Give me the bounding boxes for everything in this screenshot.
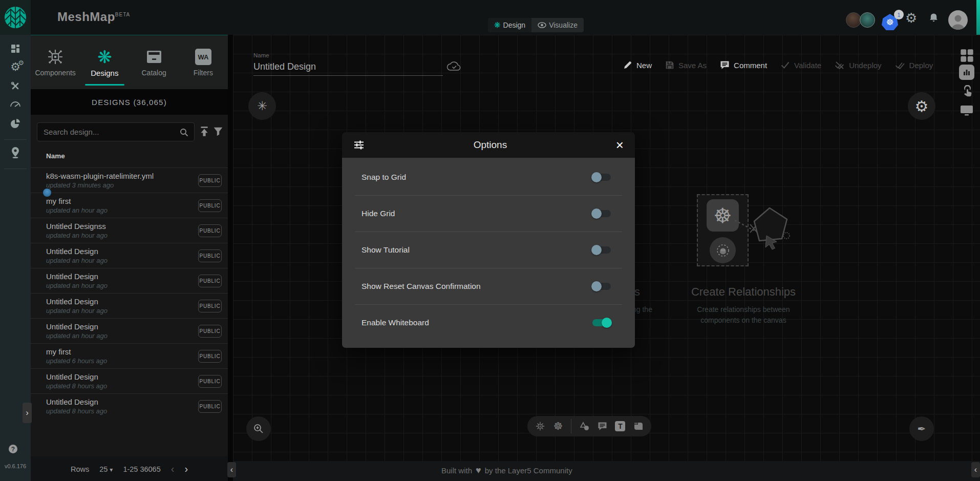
filter-designs-button[interactable] — [213, 127, 223, 136]
design-updated: updated 8 hours ago — [46, 382, 107, 390]
display-mode-button[interactable] — [958, 104, 975, 116]
layout-snowflake-button[interactable]: ✳ — [248, 92, 276, 120]
sidebar-item-extensions[interactable] — [0, 118, 31, 129]
sidebar-item-performance[interactable] — [0, 99, 31, 108]
open-metrics-panel-button[interactable] — [958, 65, 975, 80]
design-row[interactable]: k8s-wasm-plugin-ratelimiter.yml updated … — [31, 168, 228, 193]
design-spiral-icon: ❋ — [494, 20, 501, 30]
tools-icon — [10, 81, 20, 91]
validate-button[interactable]: Validate — [780, 61, 821, 70]
tab-components[interactable]: Components — [31, 36, 80, 89]
filter-funnel-icon — [213, 127, 223, 136]
panel-tabs: Components ❋ Designs Catalog WA Filt — [31, 36, 228, 89]
catalog-drawer-icon — [146, 47, 162, 67]
toggle-switch[interactable] — [592, 174, 611, 181]
help-button[interactable]: ? — [9, 445, 17, 453]
design-name: Untitled Design — [46, 247, 98, 256]
sidebar-item-lifecycle[interactable]: ⚙⚙ — [0, 61, 31, 73]
tab-filters[interactable]: WA Filters — [179, 36, 228, 89]
design-name: Untitled Designss — [46, 222, 106, 231]
floppy-save-icon — [665, 60, 674, 70]
undeploy-button[interactable]: Undeploy — [835, 61, 881, 70]
heart-icon: ♥ — [476, 465, 481, 476]
design-updated: updated an hour ago — [46, 282, 108, 289]
design-updated: updated an hour ago — [46, 232, 108, 239]
brand-title: MeshMapBETA — [57, 10, 130, 24]
tab-designs[interactable]: ❋ Designs — [80, 36, 129, 89]
visibility-badge: PUBLIC — [198, 325, 222, 338]
comment-tool[interactable] — [598, 422, 607, 431]
modal-title: Options — [365, 139, 616, 151]
collaborator-avatar[interactable] — [860, 12, 875, 28]
options-modal-header: Options × — [342, 132, 635, 158]
shapes-tool[interactable] — [579, 422, 590, 431]
sidebar-item-meshmap[interactable] — [0, 147, 31, 159]
canvas-toolbar: New Save As Comment Validate — [623, 60, 933, 70]
option-row: Enable Whiteboard — [355, 304, 622, 341]
design-updated: updated 6 hours ago — [46, 357, 107, 365]
text-tool[interactable]: T — [615, 421, 625, 431]
next-page-button[interactable]: › — [184, 463, 188, 475]
save-as-button[interactable]: Save As — [665, 60, 707, 70]
design-name: my first — [46, 197, 71, 205]
tab-design[interactable]: ❋ Design — [488, 18, 531, 32]
toggle-switch[interactable] — [592, 283, 611, 290]
zoom-in-button[interactable] — [246, 416, 271, 441]
sidebar-item-dashboard[interactable] — [0, 43, 31, 54]
options-list: Snap to Grid Hide Grid Show Tutorial Sho… — [342, 158, 635, 348]
kubernetes-tool[interactable]: ☸ — [553, 420, 563, 432]
option-label: Enable Whiteboard — [355, 318, 429, 327]
expand-rail-button[interactable]: › — [23, 403, 32, 423]
user-avatar[interactable] — [948, 10, 968, 30]
toggle-switch[interactable] — [592, 210, 611, 217]
design-row[interactable]: Untitled Design updated 8 hours ago PUBL… — [31, 368, 228, 393]
design-row[interactable]: Untitled Design updated an hour ago PUBL… — [31, 293, 228, 318]
design-row[interactable]: Untitled Design updated 8 hours ago PUBL… — [31, 393, 228, 419]
design-name: k8s-wasm-plugin-ratelimiter.yml — [46, 172, 154, 180]
rail-divider — [4, 139, 27, 140]
design-row[interactable]: my first updated 6 hours ago PUBLIC — [31, 343, 228, 368]
top-header: MeshMapBETA ❋ Design Visualize ☸ 1 ⚙ — [31, 0, 980, 35]
column-header-name: Name — [46, 152, 65, 160]
design-updated: updated 3 minutes ago — [46, 181, 114, 189]
gear-icon: ⚙ — [915, 97, 929, 115]
k8s-wheel-icon: ☸ — [553, 420, 563, 432]
tab-catalog[interactable]: Catalog — [130, 36, 179, 89]
tab-visualize[interactable]: Visualize — [531, 18, 584, 32]
text-tool-icon: T — [615, 421, 625, 431]
media-tool[interactable] — [633, 422, 644, 431]
collapse-right-button[interactable]: ‹ — [971, 462, 980, 477]
chevron-left-icon: ‹ — [974, 465, 977, 474]
design-name-input[interactable] — [253, 61, 443, 76]
settings-gear-icon[interactable]: ⚙ — [905, 10, 917, 26]
wasm-filters-icon: WA — [195, 47, 211, 67]
open-dashboard-panel-button[interactable] — [958, 49, 975, 62]
toggle-switch[interactable] — [592, 319, 611, 326]
page-size-select[interactable]: 25 ▾ — [99, 465, 113, 473]
whiteboard-pen-button[interactable]: ✒ — [909, 416, 934, 441]
search-input[interactable] — [37, 123, 194, 141]
comment-button[interactable]: Comment — [720, 60, 767, 70]
import-design-button[interactable] — [199, 126, 210, 137]
toggle-switch[interactable] — [592, 246, 611, 254]
sidebar-item-configuration[interactable] — [0, 81, 31, 91]
design-row[interactable]: Untitled Design updated an hour ago PUBL… — [31, 243, 228, 268]
canvas-settings-button[interactable]: ⚙ — [908, 92, 935, 120]
deploy-button[interactable]: Deploy — [895, 61, 933, 70]
collapse-panel-button[interactable]: ‹ — [227, 462, 236, 477]
layer5-logo[interactable] — [0, 0, 31, 35]
design-row[interactable]: Untitled Designss updated an hour ago PU… — [31, 218, 228, 243]
extensions-pie-icon — [10, 118, 21, 129]
close-icon[interactable]: × — [616, 138, 624, 152]
new-design-button[interactable]: New — [623, 60, 652, 70]
chevron-left-icon: ‹ — [230, 465, 233, 474]
design-row[interactable]: Untitled Design updated an hour ago PUBL… — [31, 268, 228, 293]
option-row: Show Tutorial — [355, 232, 622, 268]
design-row[interactable]: my first updated an hour ago PUBLIC — [31, 193, 228, 218]
add-component-tool[interactable] — [535, 421, 545, 431]
notifications-bell-icon[interactable] — [928, 12, 939, 24]
interaction-mode-button[interactable] — [958, 85, 975, 98]
prev-page-button[interactable]: ‹ — [171, 463, 175, 475]
design-row[interactable]: Untitled Design updated an hour ago PUBL… — [31, 318, 228, 343]
collaborator-avatar[interactable] — [846, 12, 861, 28]
